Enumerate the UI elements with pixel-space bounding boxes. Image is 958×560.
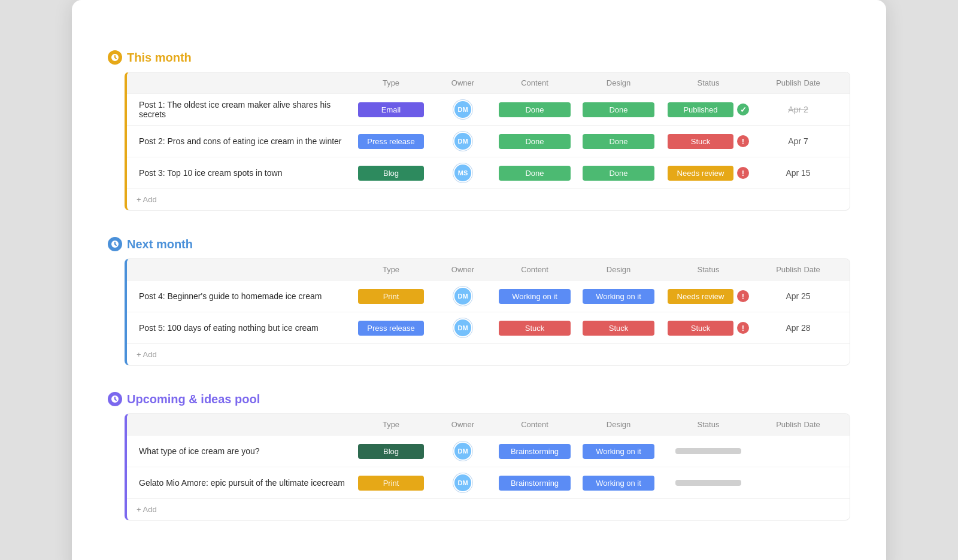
content-badge[interactable]: Done (499, 102, 571, 117)
status-badge[interactable]: Published (668, 102, 733, 117)
row-title[interactable]: Post 3: Top 10 ice cream spots in town (137, 168, 349, 178)
type-badge[interactable]: Print (358, 289, 424, 304)
row-title[interactable]: Post 4: Beginner's guide to homemade ice… (137, 291, 349, 301)
status-check-icon: ✓ (737, 104, 749, 115)
owner-cell: DM (433, 442, 493, 461)
add-row-button[interactable]: + Add (127, 498, 850, 520)
publish-date-cell: Apr 25 (756, 291, 840, 301)
avatar: DM (453, 100, 472, 119)
type-badge[interactable]: Press release (358, 321, 424, 336)
type-cell: Email (349, 102, 433, 117)
content-badge[interactable]: Brainstorming (499, 444, 571, 459)
table-upcoming: TypeOwnerContentDesignStatusPublish Date… (125, 413, 850, 521)
status-warn-icon: ! (737, 135, 749, 147)
status-badge[interactable] (675, 448, 741, 454)
type-badge[interactable]: Print (358, 476, 424, 491)
status-warn-icon: ! (737, 322, 749, 334)
publish-date: Apr 28 (786, 323, 810, 333)
col-header-3: Content (493, 78, 577, 87)
status-warn-icon: ! (737, 290, 749, 302)
section-this-month: This monthTypeOwnerContentDesignStatusPu… (108, 50, 850, 211)
status-warn-icon: ! (737, 167, 749, 179)
type-badge[interactable]: Press release (358, 134, 424, 149)
row-title[interactable]: Post 5: 100 days of eating nothing but i… (137, 323, 349, 333)
design-cell: Done (577, 102, 660, 117)
add-row-button[interactable]: + Add (127, 343, 850, 365)
design-cell: Working on it (577, 444, 660, 459)
status-badge[interactable] (675, 480, 741, 486)
content-cell: Working on it (493, 289, 577, 304)
owner-cell: MS (433, 163, 493, 182)
col-header-1: Type (349, 78, 433, 87)
col-header-4: Design (577, 265, 660, 274)
design-badge[interactable]: Stuck (583, 321, 654, 336)
design-cell: Working on it (577, 289, 660, 304)
col-header-0 (137, 265, 349, 274)
col-header-2: Owner (433, 265, 493, 274)
type-badge[interactable]: Email (358, 102, 424, 117)
design-badge[interactable]: Done (583, 166, 654, 181)
avatar: DM (453, 473, 472, 492)
design-badge[interactable]: Working on it (583, 476, 654, 491)
col-header-6: Publish Date (756, 265, 840, 274)
type-badge[interactable]: Blog (358, 166, 424, 181)
content-cell: Done (493, 166, 577, 181)
status-cell (660, 448, 756, 454)
section-icon-this-month[interactable] (108, 50, 122, 65)
col-header-1: Type (349, 420, 433, 429)
col-header-0 (137, 420, 349, 429)
design-badge[interactable]: Done (583, 102, 654, 117)
row-title[interactable]: Gelato Mio Amore: epic pursuit of the ul… (137, 478, 349, 488)
status-cell: Stuck! (660, 134, 756, 149)
add-row-button[interactable]: + Add (127, 188, 850, 210)
section-header-next-month: Next month (108, 237, 850, 251)
section-title-this-month: This month (127, 51, 192, 65)
main-card: This monthTypeOwnerContentDesignStatusPu… (72, 0, 886, 560)
row-title[interactable]: Post 1: The oldest ice cream maker alive… (137, 100, 349, 119)
col-header-5: Status (660, 265, 756, 274)
status-badge[interactable]: Stuck (668, 134, 733, 149)
content-badge[interactable]: Done (499, 134, 571, 149)
table-row: Gelato Mio Amore: epic pursuit of the ul… (127, 467, 850, 498)
status-badge[interactable]: Needs review (668, 166, 733, 181)
design-badge[interactable]: Working on it (583, 289, 654, 304)
section-icon-next-month[interactable] (108, 237, 122, 251)
publish-date-cell: Apr 28 (756, 323, 840, 333)
content-badge[interactable]: Stuck (499, 321, 571, 336)
col-header-1: Type (349, 265, 433, 274)
content-badge[interactable]: Done (499, 166, 571, 181)
publish-date-cell: Apr 2 (756, 105, 840, 114)
status-cell: Stuck! (660, 321, 756, 336)
avatar: DM (453, 287, 472, 306)
section-title-upcoming: Upcoming & ideas pool (127, 392, 260, 406)
type-cell: Print (349, 289, 433, 304)
avatar: DM (453, 132, 472, 151)
content-cell: Brainstorming (493, 444, 577, 459)
table-header-this-month: TypeOwnerContentDesignStatusPublish Date (127, 72, 850, 93)
col-header-5: Status (660, 78, 756, 87)
type-badge[interactable]: Blog (358, 444, 424, 459)
status-badge[interactable]: Needs review (668, 289, 733, 304)
col-header-4: Design (577, 420, 660, 429)
table-row: Post 2: Pros and cons of eating ice crea… (127, 125, 850, 157)
content-cell: Done (493, 134, 577, 149)
type-cell: Blog (349, 444, 433, 459)
publish-date: Apr 25 (786, 291, 810, 301)
design-cell: Done (577, 166, 660, 181)
table-this-month: TypeOwnerContentDesignStatusPublish Date… (125, 72, 850, 211)
design-badge[interactable]: Working on it (583, 444, 654, 459)
publish-date: Apr 15 (786, 168, 810, 178)
design-badge[interactable]: Done (583, 134, 654, 149)
section-title-next-month: Next month (127, 238, 193, 251)
row-title[interactable]: What type of ice cream are you? (137, 446, 349, 456)
row-title[interactable]: Post 2: Pros and cons of eating ice crea… (137, 136, 349, 146)
content-badge[interactable]: Brainstorming (499, 476, 571, 491)
publish-date-cell: Apr 15 (756, 168, 840, 178)
type-cell: Press release (349, 321, 433, 336)
section-icon-upcoming[interactable] (108, 392, 122, 406)
content-badge[interactable]: Working on it (499, 289, 571, 304)
status-badge[interactable]: Stuck (668, 321, 733, 336)
status-cell: Needs review! (660, 166, 756, 181)
col-header-2: Owner (433, 420, 493, 429)
type-cell: Blog (349, 166, 433, 181)
